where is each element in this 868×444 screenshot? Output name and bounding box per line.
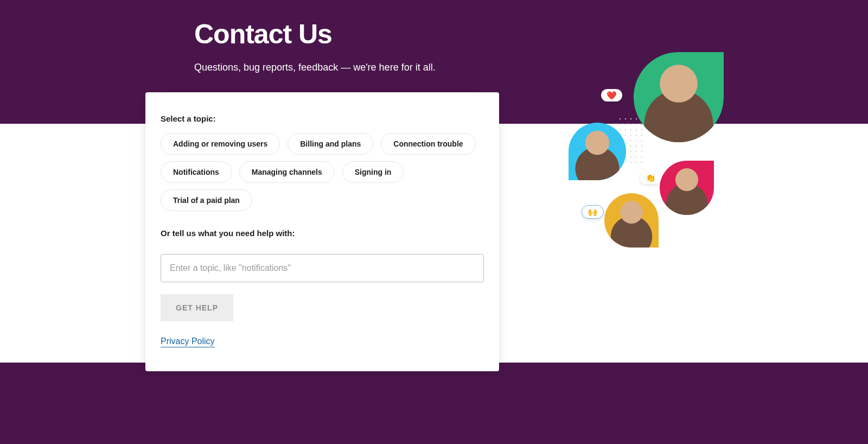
- people-illustration: ❤️ 👏 🙌: [569, 52, 851, 269]
- raised-hands-emoji-bubble: 🙌: [582, 205, 604, 219]
- topic-pill-billing-plans[interactable]: Billing and plans: [288, 133, 373, 155]
- contact-card: Select a topic: Adding or removing users…: [145, 92, 499, 371]
- get-help-button[interactable]: GET HELP: [161, 294, 233, 321]
- topic-pill-signing-in[interactable]: Signing in: [342, 161, 404, 183]
- privacy-policy-link[interactable]: Privacy Policy: [161, 337, 215, 347]
- avatar-green: [634, 52, 724, 142]
- avatar-red: [660, 161, 714, 215]
- heart-emoji-bubble: ❤️: [601, 89, 622, 102]
- topic-pill-group: Adding or removing users Billing and pla…: [161, 133, 484, 211]
- topic-pill-notifications[interactable]: Notifications: [161, 161, 232, 183]
- avatar-yellow: [604, 193, 659, 248]
- content-container: Contact Us Questions, bug reports, feedb…: [145, 0, 723, 73]
- topic-pill-managing-channels[interactable]: Managing channels: [239, 161, 335, 183]
- topic-pill-adding-removing-users[interactable]: Adding or removing users: [161, 133, 280, 155]
- clap-emoji-bubble: 👏: [640, 172, 661, 184]
- page-title: Contact Us: [194, 18, 723, 50]
- topic-input[interactable]: [161, 254, 484, 282]
- topic-pill-connection-trouble[interactable]: Connection trouble: [381, 133, 475, 155]
- freeform-label: Or tell us what you need help with:: [161, 229, 484, 238]
- select-topic-label: Select a topic:: [161, 114, 484, 123]
- topic-pill-trial-paid-plan[interactable]: Trial of a paid plan: [161, 189, 252, 211]
- footer-background: [0, 363, 868, 444]
- avatar-blue: [569, 123, 626, 180]
